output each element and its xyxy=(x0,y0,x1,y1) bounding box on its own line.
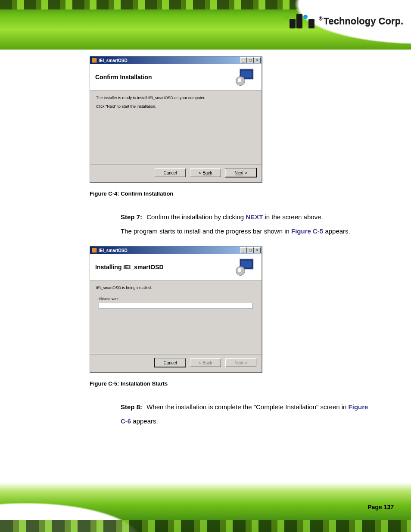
brand-block: ®Technology Corp. xyxy=(284,14,403,28)
window-title: IEI_smartOSD xyxy=(99,248,128,253)
wizard-body: IEI_smartOSD is being installed. Please … xyxy=(90,280,262,354)
step8-label: Step 8: xyxy=(121,403,142,411)
wizard-body-line1: The installer is ready to install IEI_sm… xyxy=(96,96,255,100)
step7-line2b: appears. xyxy=(323,227,350,235)
iei-logo-icon xyxy=(284,14,314,28)
wizard-header: Installing IEI_smartOSD xyxy=(90,254,262,280)
installer-window-progress: IEI_smartOSD _ □ × Installing IEI_smartO… xyxy=(90,246,262,373)
progress-section: Please wait... xyxy=(99,297,253,309)
wizard-heading: Confirm Installation xyxy=(95,74,152,81)
step8-block: Step 8: When the installation is complet… xyxy=(121,400,377,428)
app-icon xyxy=(92,248,97,253)
close-button[interactable]: × xyxy=(254,247,261,253)
window-title: IEI_smartOSD xyxy=(99,58,128,63)
progress-label: Please wait... xyxy=(99,297,253,301)
close-button[interactable]: × xyxy=(254,57,261,63)
cancel-button[interactable]: Cancel xyxy=(155,358,186,367)
installer-graphic-icon xyxy=(236,68,256,86)
maximize-button[interactable]: □ xyxy=(247,57,254,63)
step7-line2a: The program starts to install and the pr… xyxy=(121,227,291,235)
installer-window-confirm: IEI_smartOSD _ □ × Confirm Installation … xyxy=(90,56,262,183)
back-button[interactable]: < Back xyxy=(190,168,221,177)
next-button[interactable]: Next > xyxy=(225,168,256,177)
wizard-body-line2: Click "Next" to start the installation. xyxy=(96,104,255,109)
step7-text-2: in the screen above. xyxy=(265,213,323,221)
next-button: Next > xyxy=(225,358,256,367)
step8-text-1: When the installation is complete the "C… xyxy=(146,403,348,411)
step7-block: Step 7: Confirm the installation by clic… xyxy=(121,210,377,238)
step7-label: Step 7: xyxy=(121,213,142,221)
step7-keyword: NEXT xyxy=(246,213,263,221)
step7-text-1: Confirm the installation by clicking xyxy=(146,213,246,221)
cancel-button[interactable]: Cancel xyxy=(155,168,186,177)
app-icon xyxy=(92,58,97,63)
page-footer-band: Page 137 xyxy=(0,482,411,532)
brand-suffix: Technology Corp. xyxy=(324,16,403,26)
wizard-button-row: Cancel < Back Next > xyxy=(90,164,262,182)
wizard-button-row: Cancel < Back Next > xyxy=(90,354,262,372)
installer-graphic-icon xyxy=(236,258,256,276)
page-content: IEI_smartOSD _ □ × Confirm Installation … xyxy=(0,52,411,480)
figure-caption-1: Figure C-4: Confirm Installation xyxy=(90,190,377,197)
minimize-button[interactable]: _ xyxy=(240,247,247,253)
minimize-button[interactable]: _ xyxy=(240,57,247,63)
wizard-header: Confirm Installation xyxy=(90,64,262,90)
progress-bar xyxy=(99,303,253,309)
registered-mark: ® xyxy=(319,16,323,22)
maximize-button[interactable]: □ xyxy=(247,247,254,253)
page-number: Page 137 xyxy=(367,504,394,510)
step8-text-2: appears. xyxy=(131,417,158,425)
window-titlebar: IEI_smartOSD _ □ × xyxy=(90,246,262,254)
back-button: < Back xyxy=(190,358,221,367)
wizard-body: The installer is ready to install IEI_sm… xyxy=(90,90,262,164)
step7-figure-ref: Figure C-5 xyxy=(291,227,323,235)
footer-swoosh-graphic xyxy=(0,482,198,532)
wizard-heading: Installing IEI_smartOSD xyxy=(95,264,164,271)
window-titlebar: IEI_smartOSD _ □ × xyxy=(90,56,262,64)
page-header-band: ®Technology Corp. xyxy=(0,0,411,50)
figure-caption-2: Figure C-5: Installation Starts xyxy=(90,380,377,387)
wizard-body-line1: IEI_smartOSD is being installed. xyxy=(96,286,255,290)
